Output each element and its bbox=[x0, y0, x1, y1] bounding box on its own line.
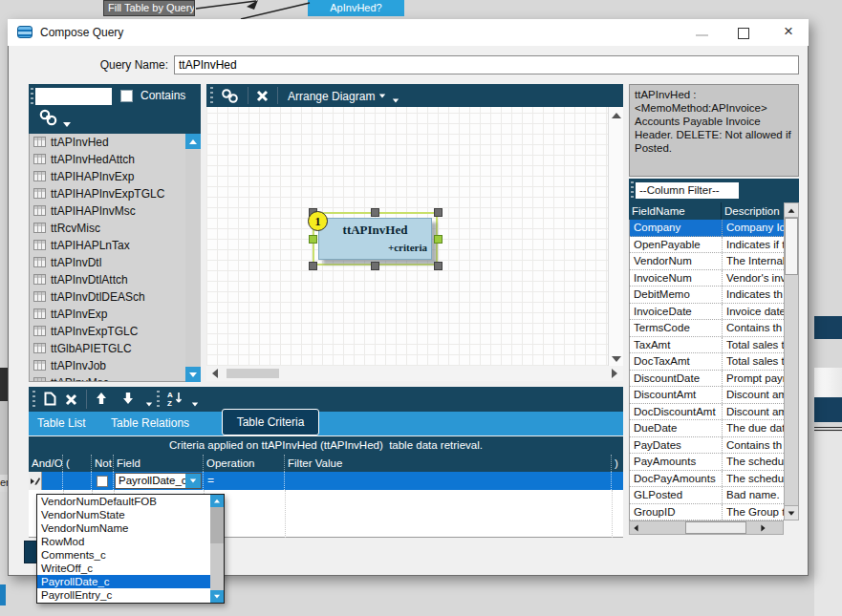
description-column-header[interactable]: Description bbox=[722, 202, 784, 220]
field-row[interactable]: DebitMemo Indicates th bbox=[630, 287, 784, 304]
node-criteria-link[interactable]: +criteria bbox=[388, 242, 427, 253]
node-handle-e[interactable] bbox=[434, 235, 443, 244]
field-row[interactable]: PayAmounts The schedul bbox=[630, 454, 784, 471]
dropdown-scrollbar[interactable] bbox=[210, 495, 224, 603]
node-handle-ne[interactable] bbox=[434, 208, 443, 217]
criteria-row[interactable]: PayrollDate_c = bbox=[29, 472, 623, 490]
dropdown-item[interactable]: RowMod bbox=[37, 535, 210, 548]
field-row[interactable]: PayDates Contains th bbox=[630, 437, 784, 455]
field-grid-scroll-up[interactable] bbox=[785, 203, 798, 218]
move-overflow-caret[interactable] bbox=[146, 403, 152, 407]
col-andor[interactable]: And/Or bbox=[29, 455, 63, 472]
table-list-item[interactable]: ttAPInvJob bbox=[30, 357, 200, 374]
dropdown-scroll-thumb[interactable] bbox=[210, 507, 224, 543]
field-grid-vscrollbar[interactable] bbox=[784, 202, 799, 520]
field-grid-hscrollbar[interactable] bbox=[629, 520, 784, 535]
delete-criteria-icon[interactable] bbox=[65, 393, 77, 406]
field-combo-button[interactable] bbox=[185, 474, 201, 488]
move-up-icon[interactable] bbox=[96, 392, 107, 405]
diagram-hscrollbar[interactable] bbox=[206, 366, 623, 381]
table-list-item[interactable]: ttAPInvHedAttch bbox=[30, 151, 200, 168]
field-row[interactable]: DocPayAmounts The schedul bbox=[630, 471, 784, 488]
dropdown-item[interactable]: PayrollEntry_c bbox=[37, 588, 210, 602]
diagram-scroll-down[interactable] bbox=[612, 356, 621, 362]
dropdown-item[interactable]: VendorNumDefaultFOB bbox=[37, 495, 210, 508]
field-grid-scroll-down[interactable] bbox=[785, 505, 798, 520]
title-bar[interactable] bbox=[8, 19, 809, 46]
sort-overflow-caret[interactable] bbox=[192, 403, 198, 407]
col-not[interactable]: Not bbox=[92, 455, 114, 472]
field-cell[interactable]: PayrollDate_c bbox=[114, 472, 204, 490]
table-list-item[interactable]: ttAPInvExpTGLC bbox=[30, 323, 200, 340]
field-row[interactable]: DiscountAmt Discount am bbox=[630, 387, 784, 404]
field-combo-value[interactable]: PayrollDate_c bbox=[116, 474, 185, 488]
minimize-button[interactable] bbox=[696, 34, 708, 36]
table-list-item[interactable]: ttRcvMisc bbox=[30, 220, 200, 237]
sort-az-icon[interactable]: A Z bbox=[166, 390, 184, 409]
dropdown-item[interactable]: VendorNumName bbox=[37, 521, 210, 535]
field-grid-vthumb[interactable] bbox=[785, 218, 798, 275]
filter-value-cell[interactable] bbox=[285, 472, 612, 490]
diagram-vscrollbar[interactable] bbox=[608, 107, 623, 366]
tab-table-list[interactable]: Table List bbox=[37, 416, 86, 430]
add-relation-icon[interactable] bbox=[221, 88, 240, 104]
field-row[interactable]: OpenPayable Indicates if t bbox=[630, 237, 784, 254]
table-list-item[interactable]: ttGlbAPIETGLC bbox=[30, 340, 200, 357]
table-list-item[interactable]: ttAPInvDtl bbox=[30, 254, 200, 271]
field-row[interactable]: DocDiscountAmt Discount am bbox=[630, 404, 784, 421]
query-name-input[interactable] bbox=[174, 55, 799, 74]
table-list-item[interactable]: ttAPIHAPInvExp bbox=[30, 168, 200, 185]
diagram-toolbar-overflow-caret[interactable] bbox=[393, 99, 399, 103]
fieldname-column-header[interactable]: FieldName bbox=[629, 202, 722, 220]
link-tables-dropdown-caret[interactable] bbox=[63, 122, 71, 127]
tab-table-criteria[interactable]: Table Criteria bbox=[222, 409, 319, 435]
node-handle-s[interactable] bbox=[371, 262, 379, 270]
link-tables-icon[interactable] bbox=[38, 108, 59, 127]
operation-cell[interactable]: = bbox=[204, 472, 285, 490]
diagram-scroll-right[interactable] bbox=[612, 369, 617, 378]
row-selector-cell[interactable] bbox=[29, 472, 42, 490]
field-row[interactable]: DueDate The due dat bbox=[630, 420, 784, 437]
node-handle-sw[interactable] bbox=[309, 262, 317, 270]
new-criteria-icon[interactable] bbox=[44, 392, 56, 406]
field-row[interactable]: InvoiceDate Invoice date bbox=[630, 304, 784, 321]
col-open-paren[interactable]: ( bbox=[63, 455, 92, 472]
contains-checkbox[interactable] bbox=[120, 90, 133, 102]
col-field[interactable]: Field bbox=[114, 455, 204, 472]
field-row[interactable]: TaxAmt Total sales t bbox=[630, 337, 784, 354]
col-operation[interactable]: Operation bbox=[204, 455, 285, 472]
field-row[interactable]: InvoiceNum Vendor's inv bbox=[630, 270, 784, 287]
diagram-toolbar-grip[interactable] bbox=[210, 87, 213, 104]
table-list-scrollbar[interactable] bbox=[185, 134, 201, 382]
column-filter-grip[interactable] bbox=[631, 181, 634, 200]
field-grid-scroll-right[interactable] bbox=[761, 525, 765, 532]
table-list-item[interactable]: ttAPInvExp bbox=[30, 306, 200, 323]
diagram-scroll-left[interactable] bbox=[212, 369, 218, 378]
table-list-item[interactable]: ttAPIHAPInvMsc bbox=[30, 202, 200, 220]
not-cell[interactable] bbox=[92, 472, 114, 490]
node-handle-w[interactable] bbox=[309, 235, 317, 244]
diagram-scroll-up[interactable] bbox=[612, 113, 621, 118]
dropdown-item[interactable]: WriteOff_c bbox=[37, 562, 210, 575]
table-search-input[interactable] bbox=[35, 88, 112, 105]
close-button[interactable]: × bbox=[780, 23, 797, 40]
andor-cell[interactable] bbox=[42, 472, 63, 490]
col-close-paren[interactable]: ) bbox=[612, 455, 623, 472]
maximize-button[interactable] bbox=[738, 28, 749, 39]
field-row[interactable]: Company Company Id bbox=[630, 220, 784, 237]
table-list-item[interactable]: ttAPInvDtlAttch bbox=[30, 271, 200, 288]
table-list-item[interactable]: ttAPInvDtlDEASch bbox=[30, 288, 200, 306]
table-list-scroll-up[interactable] bbox=[185, 134, 201, 149]
query-table-node[interactable]: ttAPInvHed +criteria bbox=[318, 218, 432, 260]
field-row[interactable]: GLPosted Bad name. bbox=[630, 487, 784, 504]
close-paren-cell[interactable] bbox=[612, 472, 623, 490]
field-grid-scroll-left[interactable] bbox=[634, 525, 637, 532]
table-list-item[interactable]: ttAPInvMsc bbox=[30, 374, 200, 382]
field-row[interactable]: TermsCode Contains th bbox=[630, 320, 784, 337]
dropdown-scroll-up[interactable] bbox=[210, 495, 224, 507]
field-row[interactable]: GroupID The Group t bbox=[630, 504, 784, 521]
not-checkbox[interactable] bbox=[97, 476, 108, 487]
column-filter-combo[interactable]: --Column Filter-- bbox=[636, 182, 739, 199]
dropdown-item[interactable]: PayrollDate_c bbox=[37, 575, 210, 588]
table-list-item[interactable]: ttAPIHAPLnTax bbox=[30, 237, 200, 254]
